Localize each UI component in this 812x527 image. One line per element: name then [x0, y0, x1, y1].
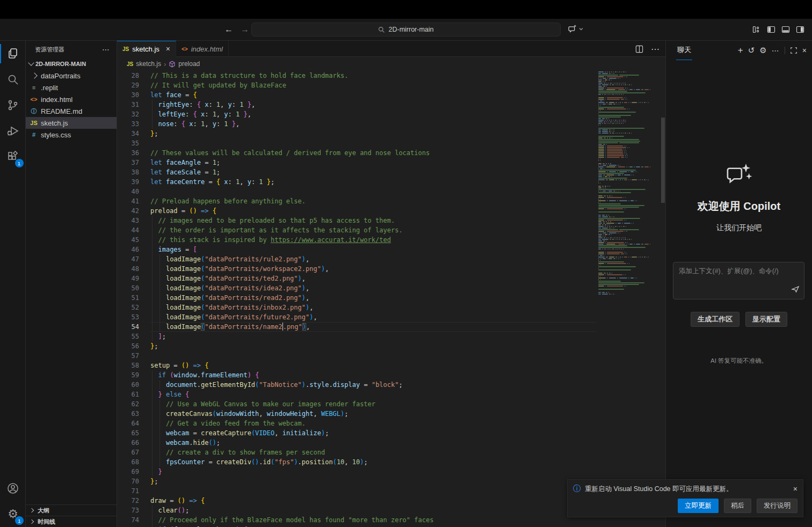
code-line[interactable]: 50 loadImage("dataPortraits/idea2.png"), — [117, 283, 596, 293]
maximize-panel-icon[interactable] — [790, 47, 798, 54]
toggle-secondary-sidebar-icon[interactable] — [796, 25, 804, 34]
notification-button-0[interactable]: 立即更新 — [678, 499, 719, 513]
forward-button[interactable]: → — [241, 25, 249, 34]
code-line[interactable]: 65 webcam = createCapture(VIDEO, initial… — [117, 428, 596, 438]
tab-sketch-js[interactable]: JS sketch.js × — [117, 41, 176, 57]
code-line[interactable]: 56}; — [117, 341, 596, 351]
sidebar-item-index-html[interactable]: <>index.html — [26, 93, 117, 105]
code-line[interactable]: 44 // the order is important as it affec… — [117, 225, 596, 235]
code-line[interactable]: 43 // images need to be preloaded so tha… — [117, 216, 596, 225]
code-line[interactable]: 58setup = () => { — [117, 361, 596, 370]
chat-input[interactable] — [673, 262, 804, 287]
breadcrumb-symbol[interactable]: preload — [178, 60, 200, 68]
more-actions-icon[interactable]: ⋯ — [102, 45, 110, 54]
code-line[interactable]: 62 // Use a WebGL Canvas to make our ima… — [117, 399, 596, 409]
customize-layout-icon[interactable] — [752, 25, 761, 34]
breadcrumb-file[interactable]: sketch.js — [136, 60, 161, 68]
code-line[interactable]: 63 createCanvas(windowWidth, windowHeigh… — [117, 409, 596, 419]
code-line[interactable]: 74 // Proceed only if the BlazeFace mode… — [117, 515, 596, 525]
notification-button-1[interactable]: 稍后 — [724, 499, 751, 513]
code-line[interactable]: 71 — [117, 486, 596, 496]
sidebar-item-dataPortraits[interactable]: dataPortraits — [26, 70, 117, 82]
code-line[interactable]: 72draw = () => { — [117, 496, 596, 506]
sidebar-item--replit[interactable]: ≡.replit — [26, 82, 117, 93]
chat-input-box[interactable] — [673, 262, 804, 299]
code-editor[interactable]: 28// This is a data structure to hold fa… — [117, 71, 596, 527]
code-line[interactable]: 64 // Get a video feed from the webcam. — [117, 419, 596, 428]
new-chat-icon[interactable]: + — [738, 45, 743, 56]
code-line[interactable]: 38let faceScale = 1; — [117, 167, 596, 177]
code-line[interactable]: 49 loadImage("dataPortraits/ted2.png"), — [117, 274, 596, 283]
activity-explorer[interactable] — [0, 41, 26, 67]
activity-search[interactable] — [0, 67, 26, 92]
tab-index-html[interactable]: <> index.html — [176, 41, 229, 57]
close-icon[interactable]: × — [793, 485, 798, 493]
code-line[interactable]: 60 document.getElementById("TabNotice").… — [117, 380, 596, 390]
activity-extensions[interactable]: 1 — [0, 144, 26, 170]
code-line[interactable]: 31 rightEye: { x: 1, y: 1 }, — [117, 100, 596, 109]
code-line[interactable]: 36// These values will be calculated / d… — [117, 148, 596, 158]
code-line[interactable]: 51 loadImage("dataPortraits/read2.png"), — [117, 293, 596, 303]
code-line[interactable]: 39let faceCentre = { x: 1, y: 1 }; — [117, 177, 596, 187]
code-line[interactable]: 59 if (window.frameElement) { — [117, 370, 596, 380]
toggle-primary-sidebar-icon[interactable] — [767, 25, 775, 34]
sidebar-item-sketch-js[interactable]: JSsketch.js — [26, 117, 117, 129]
chat-action-button-0[interactable]: 生成工作区 — [691, 312, 740, 327]
code-line[interactable]: 28// This is a data structure to hold fa… — [117, 71, 596, 80]
code-line[interactable]: 55 ]; — [117, 332, 596, 341]
code-line[interactable]: 40 — [117, 187, 596, 196]
split-editor-icon[interactable] — [635, 45, 643, 53]
activity-run-debug[interactable] — [0, 118, 26, 144]
code-line[interactable]: 35 — [117, 138, 596, 148]
activity-source-control[interactable] — [0, 92, 26, 118]
back-button[interactable]: ← — [224, 25, 233, 34]
code-line[interactable]: 34}; — [117, 129, 596, 138]
notification-button-2[interactable]: 发行说明 — [757, 499, 798, 513]
more-actions-icon[interactable]: ⋯ — [772, 46, 780, 55]
code-line[interactable]: 53 loadImage("dataPortraits/future2.png"… — [117, 312, 596, 322]
gear-icon[interactable]: ⚙ — [759, 46, 766, 55]
code-line[interactable]: 47 loadImage("dataPortraits/rule2.png"), — [117, 254, 596, 264]
sidebar-item-README-md[interactable]: ⓘREADME.md — [26, 105, 117, 117]
minimap[interactable] — [596, 71, 661, 527]
toggle-panel-icon[interactable] — [781, 25, 790, 34]
history-icon[interactable]: ↺ — [748, 46, 755, 55]
more-actions-icon[interactable]: ⋯ — [651, 44, 660, 54]
code-line[interactable]: 32 leftEye: { x: 1, y: 1 }, — [117, 109, 596, 119]
code-line[interactable]: 52 loadImage("dataPortraits/inbox2.png")… — [117, 303, 596, 312]
code-line[interactable]: 54 loadImage("dataPortraits/name2.png"), — [117, 322, 596, 332]
code-line[interactable]: 45 // this stack is inspired by https://… — [117, 235, 596, 245]
chat-action-button-1[interactable]: 显示配置 — [745, 312, 787, 327]
account-button[interactable] — [0, 475, 26, 501]
code-line[interactable]: 30let face = { — [117, 90, 596, 100]
code-line[interactable]: 68 fpsCounter = createDiv().id("fps").po… — [117, 457, 596, 467]
command-center-search[interactable]: 2D-mirror-main — [251, 23, 561, 36]
copilot-menu-button[interactable] — [568, 24, 583, 33]
close-icon[interactable]: × — [802, 46, 807, 55]
code-line[interactable]: 48 loadImage("dataPortraits/workspace2.p… — [117, 264, 596, 274]
tab-chat[interactable]: 聊天 — [676, 41, 692, 60]
sidebar-section-0[interactable]: 大纲 — [26, 504, 117, 516]
code-line[interactable]: 42preload = () => { — [117, 206, 596, 216]
code-line[interactable]: 37let faceAngle = 1; — [117, 158, 596, 167]
code-line[interactable]: 46 images = [ — [117, 245, 596, 254]
sidebar-section-1[interactable]: 时间线 — [26, 516, 117, 527]
scrollbar-thumb[interactable] — [661, 118, 665, 203]
code-line[interactable]: 41// Preload happens before anything els… — [117, 196, 596, 206]
code-line[interactable]: 73 clear(); — [117, 506, 596, 515]
code-line[interactable]: 33 nose: { x: 1, y: 1 }, — [117, 119, 596, 129]
code-line[interactable]: 70}; — [117, 477, 596, 486]
sidebar-item-styles-css[interactable]: #styles.css — [26, 129, 117, 141]
close-icon[interactable]: × — [166, 45, 170, 53]
code-line[interactable]: 75 if (faces.length > 0) { — [117, 525, 596, 527]
code-line[interactable]: 29// It will get updated by BlazeFace — [117, 80, 596, 90]
code-line[interactable]: 61 } else { — [117, 390, 596, 399]
code-line[interactable]: 57 — [117, 351, 596, 361]
settings-button[interactable]: ⚙ 1 — [0, 501, 26, 527]
editor-scrollbar[interactable] — [661, 71, 665, 527]
code-line[interactable]: 69 } — [117, 467, 596, 477]
code-line[interactable]: 67 // create a div to show frames per se… — [117, 448, 596, 457]
send-icon[interactable] — [791, 285, 800, 296]
project-root-row[interactable]: 2D-MIRROR-MAIN — [26, 58, 117, 70]
code-line[interactable]: 66 webcam.hide(); — [117, 438, 596, 448]
